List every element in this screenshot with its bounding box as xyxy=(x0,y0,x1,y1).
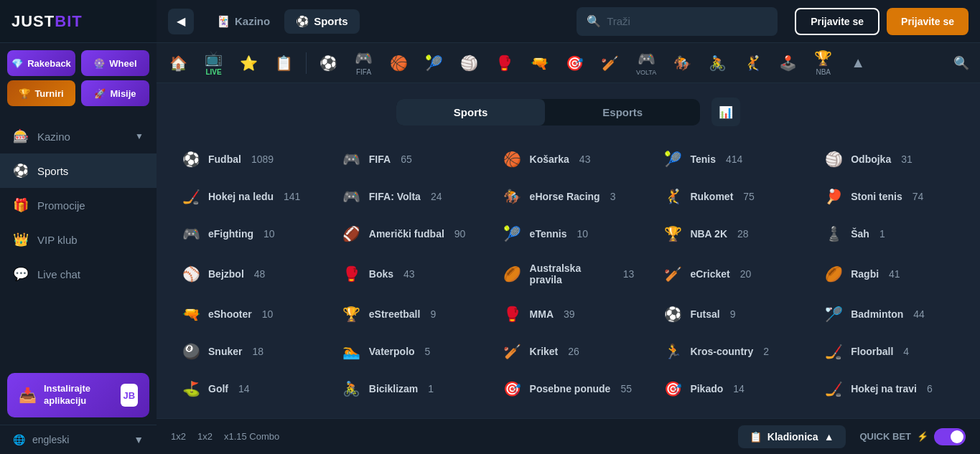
top-navigation: ◀ 🃏 Kazino ⚽ Sports 🔍 Prijavite se Prija… xyxy=(157,0,980,43)
sidebar-item-vip[interactable]: 👑 VIP klub xyxy=(0,222,157,257)
sport-item[interactable]: ⚾ Bejzbol 48 xyxy=(171,255,323,293)
sport-icon: ⚽ xyxy=(663,306,683,323)
sports-nav-esports[interactable]: 🕹️ xyxy=(772,50,804,76)
sport-item[interactable]: 🏉 Ragbi 41 xyxy=(813,255,966,293)
sport-name: eFighting xyxy=(208,228,253,240)
sport-item[interactable]: 🏉 Australska pravila 13 xyxy=(493,255,645,293)
turniri-button[interactable]: 🏆 Turniri xyxy=(7,80,75,106)
sport-count: 1089 xyxy=(251,153,274,165)
search-bar[interactable]: 🔍 xyxy=(577,7,778,36)
sport-item[interactable]: 🎾 Tenis 414 xyxy=(653,143,805,175)
sport-icon: 🏒 xyxy=(823,380,844,397)
topnav-sports[interactable]: ⚽ Sports xyxy=(284,9,360,34)
sport-item[interactable]: 🏆 NBA 2K 28 xyxy=(653,218,805,250)
sports-nav-volleyball[interactable]: 🏐 xyxy=(453,50,485,76)
sport-item[interactable]: 🏀 Košarka 43 xyxy=(493,143,645,175)
kladionica-button[interactable]: 📋 Kladionica ▲ xyxy=(738,425,846,448)
sport-item[interactable]: 🎮 eFighting 10 xyxy=(171,218,323,250)
sports-nav-cycling[interactable]: 🚴 xyxy=(701,50,734,76)
sport-count: 414 xyxy=(726,153,742,165)
sport-item[interactable]: 🏏 Kriket 26 xyxy=(493,336,645,367)
sport-count: 1 xyxy=(879,228,885,240)
sport-name: Košarka xyxy=(530,153,569,165)
sports-nav-dart[interactable]: 🎯 xyxy=(559,50,591,76)
register-button[interactable]: Prijavite se xyxy=(887,8,969,35)
sport-item[interactable]: 🏇 eHorse Racing 3 xyxy=(493,181,645,212)
sidebar-item-kazino[interactable]: 🎰 Kazino ▼ xyxy=(0,119,157,153)
sports-nav-horse[interactable]: 🏇 xyxy=(666,50,699,76)
sport-item[interactable]: 🏐 Odbojka 31 xyxy=(813,143,966,175)
sport-item[interactable]: 🏃 Kros-country 2 xyxy=(653,336,805,367)
sport-name: Kros-country xyxy=(690,346,753,357)
boxing-icon: 🥊 xyxy=(495,55,513,72)
sport-item[interactable]: 🎾 eTennis 10 xyxy=(493,218,645,250)
sport-item[interactable]: 🏊 Vaterpolo 5 xyxy=(332,336,484,367)
sport-count: 14 xyxy=(238,383,250,394)
sport-item[interactable]: 🏒 Hokej na travi 6 xyxy=(813,373,966,405)
sport-item[interactable]: 🏏 eCricket 20 xyxy=(653,255,805,293)
sport-count: 2 xyxy=(763,346,769,357)
sport-item[interactable]: 🏈 Američki fudbal 90 xyxy=(332,218,484,250)
sport-item[interactable]: 🎯 Posebne ponude 55 xyxy=(493,373,645,405)
topnav-kazino[interactable]: 🃏 Kazino xyxy=(205,9,281,34)
sport-item[interactable]: 🏸 Badminton 44 xyxy=(813,298,966,330)
collapse-sidebar-button[interactable]: ◀ xyxy=(168,9,194,34)
install-app-button[interactable]: 📥 Instalirajte aplikaciju JB xyxy=(7,373,149,417)
sport-item[interactable]: 🥊 MMA 39 xyxy=(493,298,645,330)
sports-nav-favorites[interactable]: ⭐ xyxy=(233,50,265,76)
sport-item[interactable]: 🎯 Pikado 14 xyxy=(653,373,805,405)
sport-item[interactable]: 🔫 eShooter 10 xyxy=(171,298,323,330)
sport-item[interactable]: ⛳ Golf 14 xyxy=(171,373,323,405)
sports-nav-counter[interactable]: 🔫 xyxy=(523,50,556,76)
chart-button[interactable]: 📊 xyxy=(711,98,740,126)
counter-icon: 🔫 xyxy=(531,55,549,72)
sport-item[interactable]: 🎮 FIFA 65 xyxy=(332,143,484,175)
sport-item[interactable]: 🤾 Rukomet 75 xyxy=(653,181,805,212)
sidebar-item-kazino-label: Kazino xyxy=(37,131,70,143)
tab-sports[interactable]: Sports xyxy=(396,99,546,126)
sport-name: Hokej na travi xyxy=(851,383,917,394)
sports-search-button[interactable]: 🔍 xyxy=(948,50,974,76)
quick-bet-toggle[interactable] xyxy=(934,428,966,445)
sports-nav-cricket[interactable]: 🏏 xyxy=(594,50,626,76)
sports-nav-home[interactable]: 🏠 xyxy=(162,50,195,76)
sport-item[interactable]: ⚽ Fudbal 1089 xyxy=(171,143,323,175)
sidebar-item-livechat[interactable]: 💬 Live chat xyxy=(0,257,157,291)
sport-item[interactable]: 🏓 Stoni tenis 74 xyxy=(813,181,966,212)
language-selector[interactable]: 🌐 engleski ▼ xyxy=(0,425,157,454)
sport-item[interactable]: ⚽ Futsal 9 xyxy=(653,298,805,330)
sports-nav-basketball[interactable]: 🏀 xyxy=(383,50,415,76)
quickbet-icon: ⚡ xyxy=(917,431,928,442)
sports-nav-schedule[interactable]: 📋 xyxy=(268,50,300,76)
sport-count: 141 xyxy=(284,191,300,202)
sports-nav-nba[interactable]: 🏆NBA xyxy=(807,45,839,80)
sport-item[interactable]: 🏆 eStreetball 9 xyxy=(332,298,484,330)
sport-name: Floorball xyxy=(851,346,893,357)
sports-nav-more[interactable]: ▲ xyxy=(842,50,874,75)
sport-item[interactable]: 🥊 Boks 43 xyxy=(332,255,484,293)
sport-item[interactable]: 🏒 Hokej na ledu 141 xyxy=(171,181,323,212)
sports-nav-fifa-volta[interactable]: 🎮VOLTA xyxy=(629,46,663,80)
search-input[interactable] xyxy=(607,15,767,27)
wheel-button[interactable]: 🎡 Wheel xyxy=(81,50,149,76)
sport-name: MMA xyxy=(530,308,554,320)
sports-nav-tennis[interactable]: 🎾 xyxy=(418,50,450,76)
sports-nav-football[interactable]: ⚽ xyxy=(312,50,345,76)
sport-item[interactable]: 🏒 Floorball 4 xyxy=(813,336,966,367)
sidebar-item-sports[interactable]: ⚽ Sports xyxy=(0,153,157,188)
login-button[interactable]: Prijavite se xyxy=(795,8,879,35)
sports-nav-live[interactable]: 📺LIVE xyxy=(197,45,230,80)
misije-button[interactable]: 🚀 Misije xyxy=(81,80,149,106)
rakeback-button[interactable]: 💎 Rakeback xyxy=(7,50,75,76)
sport-count: 10 xyxy=(263,228,275,240)
sports-nav-fifa[interactable]: 🎮FIFA xyxy=(347,45,380,80)
sport-item[interactable]: 🚴 Biciklizam 1 xyxy=(332,373,484,405)
sidebar-item-promocije[interactable]: 🎁 Promocije xyxy=(0,188,157,222)
sport-item[interactable]: ♟️ Šah 1 xyxy=(813,218,966,250)
tab-esports[interactable]: Esports xyxy=(545,99,700,126)
sport-item[interactable]: 🎮 FIFA: Volta 24 xyxy=(332,181,484,212)
sport-item[interactable]: 🎱 Snuker 18 xyxy=(171,336,323,367)
sports-nav-handball[interactable]: 🤾 xyxy=(737,50,769,76)
sport-name: Boks xyxy=(369,268,393,280)
sports-nav-boxing[interactable]: 🥊 xyxy=(488,50,521,76)
